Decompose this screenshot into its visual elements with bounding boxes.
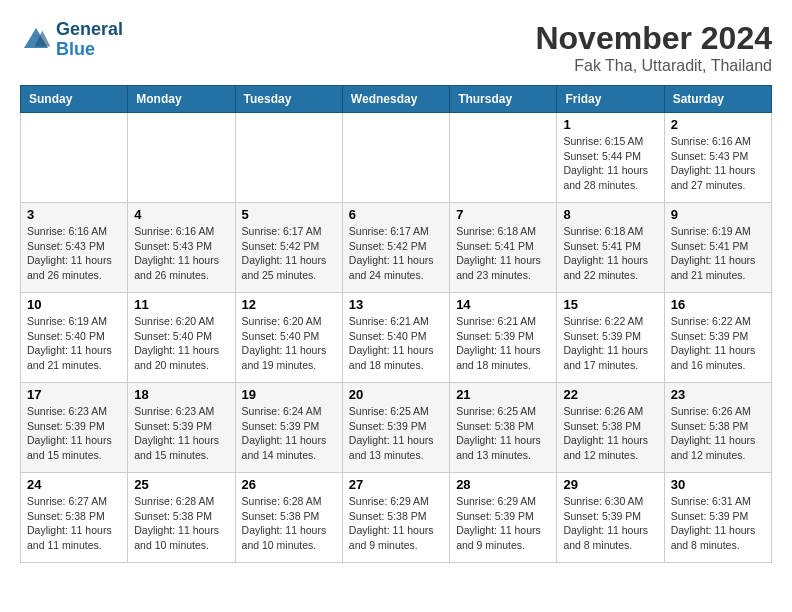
day-number: 23	[671, 387, 765, 402]
day-number: 13	[349, 297, 443, 312]
calendar-day-cell: 5Sunrise: 6:17 AM Sunset: 5:42 PM Daylig…	[235, 203, 342, 293]
day-info: Sunrise: 6:26 AM Sunset: 5:38 PM Dayligh…	[563, 404, 657, 463]
day-info: Sunrise: 6:27 AM Sunset: 5:38 PM Dayligh…	[27, 494, 121, 553]
weekday-header-cell: Friday	[557, 86, 664, 113]
calendar-week-row: 3Sunrise: 6:16 AM Sunset: 5:43 PM Daylig…	[21, 203, 772, 293]
calendar-day-cell: 10Sunrise: 6:19 AM Sunset: 5:40 PM Dayli…	[21, 293, 128, 383]
day-number: 27	[349, 477, 443, 492]
day-number: 8	[563, 207, 657, 222]
calendar-body: 1Sunrise: 6:15 AM Sunset: 5:44 PM Daylig…	[21, 113, 772, 563]
logo-text: General Blue	[56, 20, 123, 60]
day-number: 20	[349, 387, 443, 402]
calendar-day-cell: 11Sunrise: 6:20 AM Sunset: 5:40 PM Dayli…	[128, 293, 235, 383]
calendar-day-cell: 30Sunrise: 6:31 AM Sunset: 5:39 PM Dayli…	[664, 473, 771, 563]
day-info: Sunrise: 6:22 AM Sunset: 5:39 PM Dayligh…	[671, 314, 765, 373]
day-number: 17	[27, 387, 121, 402]
calendar-day-cell: 22Sunrise: 6:26 AM Sunset: 5:38 PM Dayli…	[557, 383, 664, 473]
weekday-header-cell: Monday	[128, 86, 235, 113]
calendar-day-cell: 1Sunrise: 6:15 AM Sunset: 5:44 PM Daylig…	[557, 113, 664, 203]
day-number: 14	[456, 297, 550, 312]
day-number: 18	[134, 387, 228, 402]
calendar-day-cell: 14Sunrise: 6:21 AM Sunset: 5:39 PM Dayli…	[450, 293, 557, 383]
day-info: Sunrise: 6:22 AM Sunset: 5:39 PM Dayligh…	[563, 314, 657, 373]
day-info: Sunrise: 6:29 AM Sunset: 5:39 PM Dayligh…	[456, 494, 550, 553]
calendar-week-row: 10Sunrise: 6:19 AM Sunset: 5:40 PM Dayli…	[21, 293, 772, 383]
day-number: 6	[349, 207, 443, 222]
day-info: Sunrise: 6:16 AM Sunset: 5:43 PM Dayligh…	[134, 224, 228, 283]
calendar-day-cell: 17Sunrise: 6:23 AM Sunset: 5:39 PM Dayli…	[21, 383, 128, 473]
day-number: 5	[242, 207, 336, 222]
day-number: 4	[134, 207, 228, 222]
day-info: Sunrise: 6:25 AM Sunset: 5:39 PM Dayligh…	[349, 404, 443, 463]
day-info: Sunrise: 6:16 AM Sunset: 5:43 PM Dayligh…	[27, 224, 121, 283]
day-number: 10	[27, 297, 121, 312]
weekday-header-cell: Tuesday	[235, 86, 342, 113]
day-info: Sunrise: 6:26 AM Sunset: 5:38 PM Dayligh…	[671, 404, 765, 463]
day-number: 15	[563, 297, 657, 312]
calendar-day-cell: 19Sunrise: 6:24 AM Sunset: 5:39 PM Dayli…	[235, 383, 342, 473]
weekday-header-row: SundayMondayTuesdayWednesdayThursdayFrid…	[21, 86, 772, 113]
day-info: Sunrise: 6:29 AM Sunset: 5:38 PM Dayligh…	[349, 494, 443, 553]
day-number: 28	[456, 477, 550, 492]
day-info: Sunrise: 6:23 AM Sunset: 5:39 PM Dayligh…	[134, 404, 228, 463]
calendar-day-cell: 29Sunrise: 6:30 AM Sunset: 5:39 PM Dayli…	[557, 473, 664, 563]
calendar-day-cell: 28Sunrise: 6:29 AM Sunset: 5:39 PM Dayli…	[450, 473, 557, 563]
calendar-day-cell: 12Sunrise: 6:20 AM Sunset: 5:40 PM Dayli…	[235, 293, 342, 383]
day-number: 12	[242, 297, 336, 312]
calendar-day-cell: 21Sunrise: 6:25 AM Sunset: 5:38 PM Dayli…	[450, 383, 557, 473]
calendar-day-cell: 27Sunrise: 6:29 AM Sunset: 5:38 PM Dayli…	[342, 473, 449, 563]
day-number: 2	[671, 117, 765, 132]
calendar-day-cell: 23Sunrise: 6:26 AM Sunset: 5:38 PM Dayli…	[664, 383, 771, 473]
calendar-day-cell: 16Sunrise: 6:22 AM Sunset: 5:39 PM Dayli…	[664, 293, 771, 383]
day-number: 11	[134, 297, 228, 312]
day-info: Sunrise: 6:21 AM Sunset: 5:40 PM Dayligh…	[349, 314, 443, 373]
location-title: Fak Tha, Uttaradit, Thailand	[535, 57, 772, 75]
calendar-day-cell	[128, 113, 235, 203]
weekday-header-cell: Thursday	[450, 86, 557, 113]
day-number: 26	[242, 477, 336, 492]
calendar-day-cell: 24Sunrise: 6:27 AM Sunset: 5:38 PM Dayli…	[21, 473, 128, 563]
calendar-week-row: 24Sunrise: 6:27 AM Sunset: 5:38 PM Dayli…	[21, 473, 772, 563]
day-info: Sunrise: 6:17 AM Sunset: 5:42 PM Dayligh…	[242, 224, 336, 283]
day-info: Sunrise: 6:25 AM Sunset: 5:38 PM Dayligh…	[456, 404, 550, 463]
calendar-day-cell	[235, 113, 342, 203]
day-info: Sunrise: 6:21 AM Sunset: 5:39 PM Dayligh…	[456, 314, 550, 373]
logo-icon	[20, 24, 52, 56]
day-info: Sunrise: 6:30 AM Sunset: 5:39 PM Dayligh…	[563, 494, 657, 553]
title-block: November 2024 Fak Tha, Uttaradit, Thaila…	[535, 20, 772, 75]
day-number: 25	[134, 477, 228, 492]
weekday-header-cell: Wednesday	[342, 86, 449, 113]
calendar-day-cell: 13Sunrise: 6:21 AM Sunset: 5:40 PM Dayli…	[342, 293, 449, 383]
calendar-day-cell: 6Sunrise: 6:17 AM Sunset: 5:42 PM Daylig…	[342, 203, 449, 293]
day-number: 1	[563, 117, 657, 132]
calendar-day-cell: 7Sunrise: 6:18 AM Sunset: 5:41 PM Daylig…	[450, 203, 557, 293]
calendar-day-cell: 2Sunrise: 6:16 AM Sunset: 5:43 PM Daylig…	[664, 113, 771, 203]
calendar-table: SundayMondayTuesdayWednesdayThursdayFrid…	[20, 85, 772, 563]
day-info: Sunrise: 6:15 AM Sunset: 5:44 PM Dayligh…	[563, 134, 657, 193]
calendar-day-cell: 15Sunrise: 6:22 AM Sunset: 5:39 PM Dayli…	[557, 293, 664, 383]
day-info: Sunrise: 6:19 AM Sunset: 5:40 PM Dayligh…	[27, 314, 121, 373]
calendar-day-cell: 18Sunrise: 6:23 AM Sunset: 5:39 PM Dayli…	[128, 383, 235, 473]
day-info: Sunrise: 6:23 AM Sunset: 5:39 PM Dayligh…	[27, 404, 121, 463]
calendar-day-cell	[342, 113, 449, 203]
day-info: Sunrise: 6:28 AM Sunset: 5:38 PM Dayligh…	[134, 494, 228, 553]
day-info: Sunrise: 6:16 AM Sunset: 5:43 PM Dayligh…	[671, 134, 765, 193]
month-title: November 2024	[535, 20, 772, 57]
page-header: General Blue November 2024 Fak Tha, Utta…	[20, 20, 772, 75]
calendar-day-cell: 26Sunrise: 6:28 AM Sunset: 5:38 PM Dayli…	[235, 473, 342, 563]
day-info: Sunrise: 6:28 AM Sunset: 5:38 PM Dayligh…	[242, 494, 336, 553]
calendar-day-cell	[21, 113, 128, 203]
day-number: 22	[563, 387, 657, 402]
day-number: 19	[242, 387, 336, 402]
calendar-day-cell: 25Sunrise: 6:28 AM Sunset: 5:38 PM Dayli…	[128, 473, 235, 563]
day-number: 24	[27, 477, 121, 492]
day-number: 30	[671, 477, 765, 492]
day-number: 7	[456, 207, 550, 222]
day-info: Sunrise: 6:20 AM Sunset: 5:40 PM Dayligh…	[242, 314, 336, 373]
calendar-day-cell: 3Sunrise: 6:16 AM Sunset: 5:43 PM Daylig…	[21, 203, 128, 293]
day-info: Sunrise: 6:18 AM Sunset: 5:41 PM Dayligh…	[563, 224, 657, 283]
day-info: Sunrise: 6:19 AM Sunset: 5:41 PM Dayligh…	[671, 224, 765, 283]
weekday-header-cell: Sunday	[21, 86, 128, 113]
day-number: 3	[27, 207, 121, 222]
day-info: Sunrise: 6:31 AM Sunset: 5:39 PM Dayligh…	[671, 494, 765, 553]
